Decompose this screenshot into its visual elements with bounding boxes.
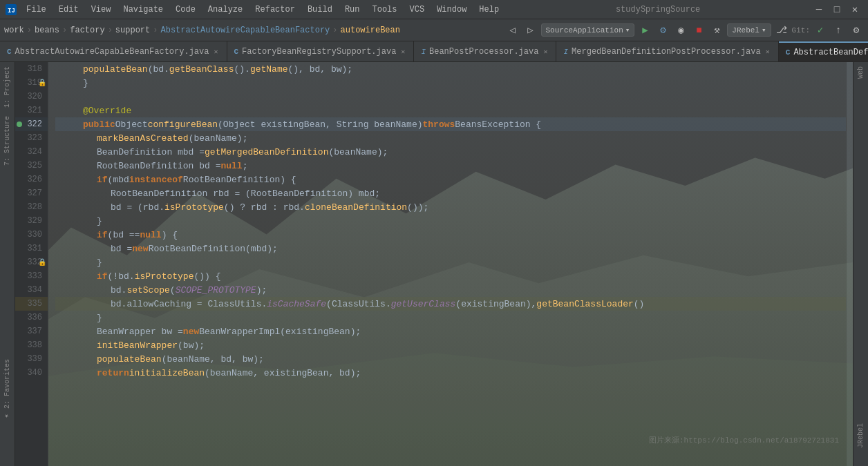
code-line-319: }	[55, 76, 846, 90]
tab-icon-2: C	[234, 48, 239, 56]
code-line-320	[55, 90, 846, 104]
menu-run[interactable]: Run	[339, 3, 366, 16]
menu-refactor[interactable]: Refactor	[249, 3, 301, 16]
tab-BeanPostProcessor[interactable]: I BeanPostProcessor.java ✕	[414, 41, 556, 62]
line-328: 328	[15, 200, 48, 214]
menu-window[interactable]: Window	[431, 3, 472, 16]
tab-FactoryBeanRegistrySupport[interactable]: C FactoryBeanRegistrySupport.java ✕	[227, 41, 415, 62]
panel-favorites[interactable]: ★ 2: Favorites	[2, 355, 12, 425]
breadcrumb-beans[interactable]: beans	[35, 26, 59, 35]
panel-project[interactable]: 1: Project	[2, 62, 12, 112]
build-button[interactable]: ⚒	[709, 23, 724, 38]
code-line-334: bd.setScope(SCOPE_PROTOTYPE);	[55, 283, 846, 297]
minimize-button[interactable]: ─	[811, 2, 827, 17]
maximize-button[interactable]: □	[829, 2, 845, 17]
tab-MergedBeanDefinitionPostProcessor[interactable]: I MergedBeanDefinitionPostProcessor.java…	[556, 41, 778, 62]
code-line-324: BeanDefinition mbd = getMergedBeanDefini…	[55, 145, 846, 159]
breadcrumb-factory[interactable]: factory	[70, 26, 104, 35]
git-update-icon[interactable]: ↑	[831, 23, 846, 38]
code-line-329: }	[55, 214, 846, 228]
code-line-323: markBeanAsCreated(beanName);	[55, 131, 846, 145]
back-button[interactable]: ◁	[505, 23, 520, 38]
menu-analyze[interactable]: Analyze	[202, 3, 248, 16]
debug-button[interactable]: ⚙	[655, 23, 670, 38]
svg-text:IJ: IJ	[8, 8, 15, 14]
left-panel: 1: Project 7: Structure ★ 2: Favorites	[0, 62, 15, 466]
code-line-333: if (!bd.isPrototype()) {	[55, 269, 846, 283]
menu-file[interactable]: File	[21, 3, 52, 16]
code-line-326: if (mbd instanceof RootBeanDefinition) {	[55, 173, 846, 186]
jrebel-label: JRebel	[732, 26, 760, 35]
menu-help[interactable]: Help	[473, 3, 504, 16]
lock-icon-332: 🔒	[38, 258, 46, 266]
bookmark-322	[17, 122, 22, 127]
menu-vcs[interactable]: VCS	[404, 3, 431, 16]
code-line-328: bd = (rbd.isPrototype() ? rbd : rbd.clon…	[55, 200, 846, 214]
line-322: 322	[15, 117, 48, 131]
menu-view[interactable]: View	[86, 3, 117, 16]
breadcrumb-class[interactable]: AbstractAutowireCapableBeanFactory	[160, 26, 330, 35]
gutter: 318 319🔒 320 321 322 323 324 325 326 327…	[15, 62, 48, 466]
panel-web[interactable]: Web	[856, 62, 866, 83]
run-config-dropdown[interactable]: SourceApplication ▾	[541, 23, 635, 37]
menu-edit[interactable]: Edit	[53, 3, 84, 16]
code-line-325: RootBeanDefinition bd = null;	[55, 159, 846, 173]
right-panel: Web JRebel	[853, 62, 868, 466]
tab-label-4: MergedBeanDefinitionPostProcessor.java	[572, 47, 761, 57]
breadcrumb-method[interactable]: autowireBean	[341, 26, 400, 35]
code-line-330: if (bd == null) {	[55, 228, 846, 242]
tab-close-3[interactable]: ✕	[542, 47, 549, 57]
main-layout: 1: Project 7: Structure ★ 2: Favorites	[0, 62, 868, 466]
code-line-332: }	[55, 255, 846, 269]
menu-navigate[interactable]: Navigate	[117, 3, 169, 16]
line-319: 319🔒	[15, 76, 48, 90]
git-check-icon[interactable]: ✓	[813, 23, 828, 38]
forward-button[interactable]: ▷	[523, 23, 538, 38]
code-line-327: RootBeanDefinition rbd = (RootBeanDefini…	[55, 186, 846, 200]
coverage-button[interactable]: ◉	[673, 23, 688, 38]
panel-structure[interactable]: 7: Structure	[2, 112, 12, 170]
line-337: 337	[15, 324, 48, 338]
line-339: 339	[15, 352, 48, 366]
code-lines: populateBean(bd.getBeanClass().getName()…	[48, 62, 846, 380]
code-line-338: initBeanWrapper(bw);	[55, 338, 846, 352]
menu-code[interactable]: Code	[170, 3, 201, 16]
code-line-331: bd = new RootBeanDefinition(mbd);	[55, 242, 846, 255]
tab-close-1[interactable]: ✕	[212, 47, 219, 57]
code-line-322: public Object configureBean(Object exist…	[55, 117, 846, 131]
tab-close-2[interactable]: ✕	[399, 47, 406, 57]
line-320: 320	[15, 90, 48, 104]
run-button[interactable]: ▶	[637, 23, 652, 38]
menu-tools[interactable]: Tools	[367, 3, 403, 16]
dropdown-arrow-icon: ▾	[625, 26, 630, 35]
line-336: 336	[15, 311, 48, 324]
panel-jrebel-side[interactable]: JRebel	[856, 419, 866, 452]
tab-bar: C AbstractAutowireCapableBeanFactory.jav…	[0, 41, 868, 62]
editor-area: 318 319🔒 320 321 322 323 324 325 326 327…	[15, 62, 853, 466]
tab-AbstractBeanDefinition[interactable]: C AbstractBeanDefinition.java ✕	[779, 41, 868, 62]
close-button[interactable]: ✕	[847, 2, 862, 17]
code-line-340: return initializeBean(beanName, existing…	[55, 366, 846, 380]
scrollbar[interactable]	[846, 62, 853, 466]
settings-icon[interactable]: ⚙	[849, 23, 864, 38]
toolbar: work › beans › factory › support › Abstr…	[0, 19, 868, 41]
run-config-label: SourceApplication	[546, 26, 623, 35]
tab-close-4[interactable]: ✕	[764, 47, 771, 57]
tab-AbstractAutowireCapableBeanFactory[interactable]: C AbstractAutowireCapableBeanFactory.jav…	[0, 41, 227, 62]
breadcrumb-work[interactable]: work	[4, 26, 24, 35]
line-326: 326	[15, 173, 48, 186]
code-content[interactable]: populateBean(bd.getBeanClass().getName()…	[48, 62, 846, 466]
git-icon[interactable]: ⎇	[774, 23, 789, 38]
stop-button[interactable]: ■	[691, 23, 706, 38]
code-line-321: @Override	[55, 104, 846, 117]
breadcrumb-support[interactable]: support	[115, 26, 150, 35]
menu-build[interactable]: Build	[302, 3, 338, 16]
jrebel-arrow-icon: ▾	[762, 26, 766, 35]
line-331: 331	[15, 242, 48, 255]
line-318: 318	[15, 62, 48, 76]
line-332: 332🔒	[15, 255, 48, 269]
jrebel-dropdown[interactable]: JRebel ▾	[727, 23, 771, 37]
code-line-339: populateBean(beanName, bd, bw);	[55, 352, 846, 366]
line-335: 335	[15, 297, 48, 311]
line-338: 338	[15, 338, 48, 352]
